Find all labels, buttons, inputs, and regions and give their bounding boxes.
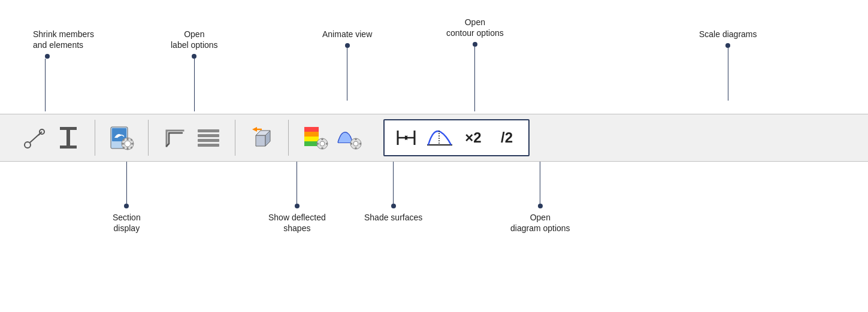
animate-list-btn[interactable] xyxy=(193,122,224,153)
separator-2 xyxy=(148,120,149,156)
deflected-shapes-btn[interactable] xyxy=(159,122,190,153)
annotation-scale-diagrams: Scale diagrams xyxy=(699,29,757,101)
scale-compress-btn[interactable] xyxy=(389,122,423,153)
annotation-open-diagram-options: Open diagram options xyxy=(510,162,570,234)
svg-rect-21 xyxy=(198,139,219,142)
toolbar-group-3 xyxy=(152,114,231,161)
scale-divide-label: /2 xyxy=(501,129,513,146)
contour-options-btn[interactable] xyxy=(300,122,331,153)
svg-rect-31 xyxy=(304,141,319,146)
annotation-section-display: Section display xyxy=(113,162,141,234)
annotation-shade-surfaces: Shade surfaces xyxy=(364,162,422,223)
toolbar-group-5 xyxy=(292,114,371,161)
separator-4 xyxy=(288,120,289,156)
annotation-animate-view: Animate view xyxy=(322,29,372,101)
animate-view-btn[interactable] xyxy=(246,122,277,153)
svg-rect-20 xyxy=(198,134,219,137)
svg-rect-29 xyxy=(304,132,319,137)
svg-rect-44 xyxy=(359,143,361,145)
svg-point-40 xyxy=(353,141,358,146)
shrink-members-btn[interactable] xyxy=(19,122,50,153)
svg-rect-35 xyxy=(322,147,323,149)
svg-marker-23 xyxy=(256,135,265,146)
separator-3 xyxy=(235,120,235,156)
svg-marker-26 xyxy=(252,127,257,132)
svg-rect-34 xyxy=(322,138,323,140)
scale-multiply-label: ×2 xyxy=(465,129,481,146)
diagram-options-btn[interactable] xyxy=(333,122,364,153)
annotation-shrink-members: Shrink members and elements xyxy=(33,29,94,111)
svg-rect-28 xyxy=(304,127,319,132)
svg-point-33 xyxy=(320,141,325,146)
separator-1 xyxy=(95,120,95,156)
svg-point-0 xyxy=(25,142,31,148)
label-options-btn[interactable] xyxy=(106,122,137,153)
section-display-btn[interactable] xyxy=(53,122,84,153)
toolbar-group-2 xyxy=(99,114,144,161)
scale-divide-btn[interactable]: /2 xyxy=(490,122,524,153)
annotation-open-label-options: Open label options xyxy=(171,29,218,111)
svg-rect-13 xyxy=(122,143,124,145)
scale-curve-btn[interactable] xyxy=(423,122,456,153)
main-container: Shrink members and elements Open label o… xyxy=(0,0,868,312)
toolbar-group-1 xyxy=(12,114,91,161)
svg-line-3 xyxy=(38,133,41,135)
svg-rect-4 xyxy=(60,127,77,130)
toolbar-group-4 xyxy=(239,114,285,161)
svg-rect-12 xyxy=(127,147,129,150)
svg-rect-22 xyxy=(198,144,219,147)
svg-rect-37 xyxy=(326,143,328,145)
svg-rect-6 xyxy=(60,146,77,149)
svg-rect-42 xyxy=(355,147,357,149)
scale-diagrams-box: ×2 /2 xyxy=(383,119,530,156)
annotation-open-contour-options: Open contour options xyxy=(446,17,504,111)
svg-rect-41 xyxy=(355,138,357,140)
svg-rect-30 xyxy=(304,137,319,141)
scale-multiply-btn[interactable]: ×2 xyxy=(456,122,490,153)
svg-rect-5 xyxy=(66,130,70,146)
svg-rect-14 xyxy=(131,143,134,145)
svg-rect-19 xyxy=(198,129,219,132)
svg-rect-11 xyxy=(127,138,129,140)
toolbar-strip: ×2 /2 xyxy=(0,114,868,162)
annotation-show-deflected-shapes: Show deflected shapes xyxy=(268,162,326,234)
svg-rect-36 xyxy=(317,143,319,145)
svg-rect-43 xyxy=(350,143,352,145)
svg-point-10 xyxy=(125,141,131,147)
